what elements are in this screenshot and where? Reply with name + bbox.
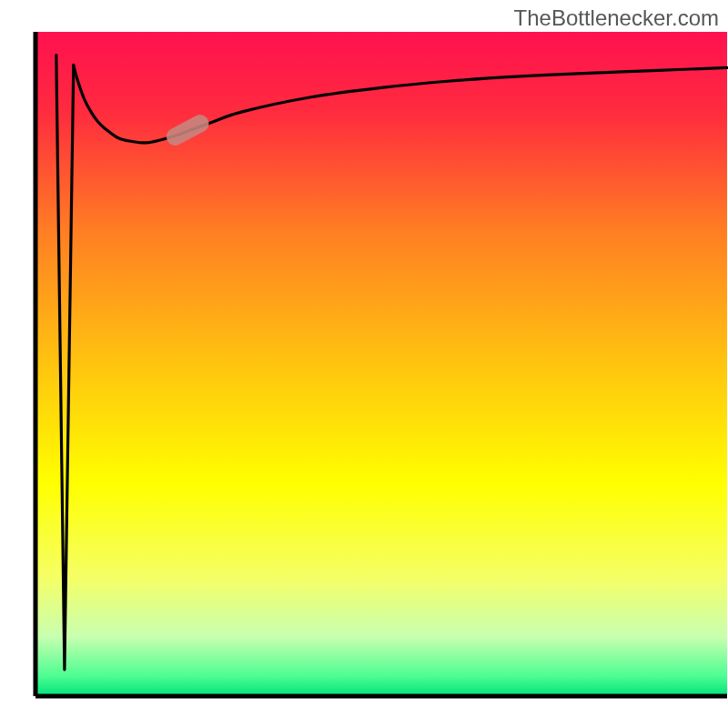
attribution-label: TheBottlenecker.com xyxy=(514,5,719,31)
chart-container: TheBottlenecker.com xyxy=(0,0,728,728)
plot-background xyxy=(35,32,727,696)
bottleneck-chart xyxy=(0,0,728,728)
